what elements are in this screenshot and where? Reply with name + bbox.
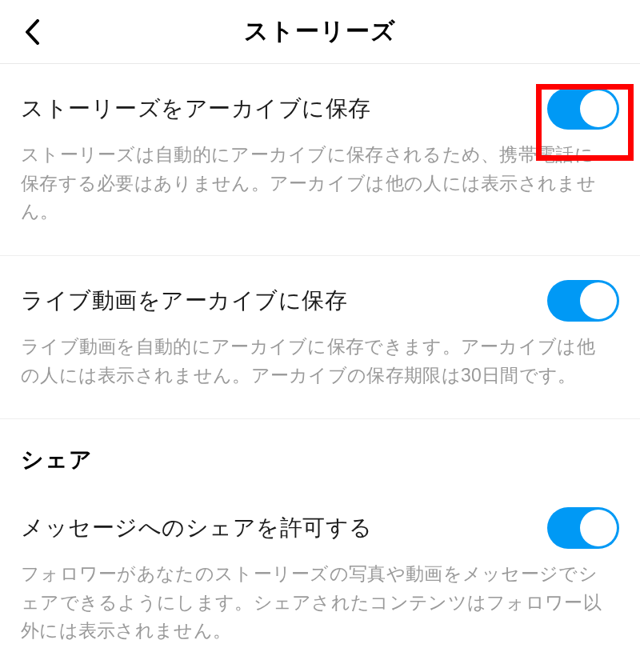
settings-content: ストーリーズをアーカイブに保存 ストーリーズは自動的にアーカイブに保存されるため… — [0, 64, 640, 649]
page-title: ストーリーズ — [16, 15, 624, 48]
setting-title-archive-stories: ストーリーズをアーカイブに保存 — [21, 94, 371, 124]
setting-desc-archive-live: ライブ動画を自動的にアーカイブに保存できます。アーカイブは他の人には表示されませ… — [21, 333, 619, 390]
toggle-archive-live[interactable] — [547, 280, 619, 322]
share-section: シェア メッセージへのシェアを許可する フォロワーがあなたのストーリーズの写真や… — [0, 419, 640, 649]
setting-desc-archive-stories: ストーリーズは自動的にアーカイブに保存されるため、携帯電話に保存する必要はありま… — [21, 141, 619, 226]
section-header-share: シェア — [21, 445, 619, 475]
toggle-knob — [580, 282, 617, 319]
header-bar: ストーリーズ — [0, 0, 640, 64]
back-button[interactable] — [19, 18, 46, 46]
chevron-left-icon — [24, 19, 42, 45]
toggle-knob — [580, 510, 617, 546]
setting-title-archive-live: ライブ動画をアーカイブに保存 — [21, 286, 347, 316]
toggle-message-share[interactable] — [547, 507, 619, 549]
setting-title-message-share: メッセージへのシェアを許可する — [21, 513, 373, 543]
toggle-knob — [580, 90, 617, 127]
setting-archive-stories: ストーリーズをアーカイブに保存 ストーリーズは自動的にアーカイブに保存されるため… — [0, 64, 640, 256]
toggle-archive-stories[interactable] — [547, 88, 619, 130]
setting-archive-live: ライブ動画をアーカイブに保存 ライブ動画を自動的にアーカイブに保存できます。アー… — [0, 256, 640, 419]
setting-desc-message-share: フォロワーがあなたのストーリーズの写真や動画をメッセージでシェアできるようにしま… — [21, 560, 619, 646]
